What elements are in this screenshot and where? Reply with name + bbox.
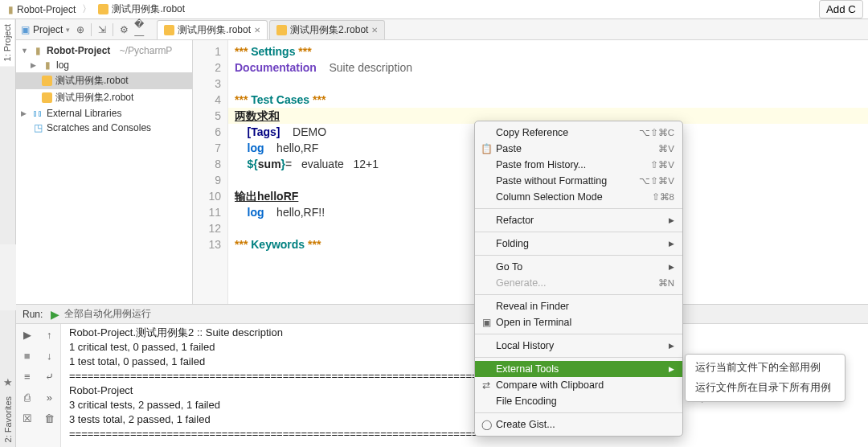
external-tools-submenu: 运行当前文件下的全部用例 运行文件所在目录下所有用例 — [685, 354, 845, 402]
ctx-copy-reference[interactable]: Copy Reference⌥⇧⌘C — [475, 125, 682, 141]
collapse-icon[interactable]: �— — [134, 24, 145, 35]
left-tool-strip: 1: Project — [0, 19, 16, 244]
soft-wrap-button[interactable]: ⤶ — [39, 366, 61, 387]
robot-file-icon — [42, 92, 52, 103]
folder-icon: ▮ — [8, 4, 14, 15]
tree-ext-lib[interactable]: ▶⫾⫾External Libraries — [16, 106, 192, 121]
favorites-tool-tab[interactable]: 2: Favorites — [1, 392, 15, 447]
close-tab-icon[interactable]: ✕ — [371, 26, 378, 35]
diff-icon: ⇄ — [480, 379, 493, 391]
tree-file-2[interactable]: 测试用例集2.robot — [16, 89, 192, 106]
submenu-run-current-file[interactable]: 运行当前文件下的全部用例 — [686, 358, 845, 378]
editor-tab-1[interactable]: 测试用例集.robot✕ — [157, 20, 268, 39]
gear-icon[interactable]: ⚙ — [118, 24, 129, 35]
github-icon: ◯ — [480, 419, 493, 430]
close-tab-icon[interactable]: ✕ — [254, 26, 260, 35]
ctx-paste-history[interactable]: Paste from History...⇧⌘V — [475, 157, 682, 173]
ctx-file-encoding[interactable]: File Encoding — [475, 393, 682, 409]
run-config[interactable]: ▶全部自动化用例运行 — [51, 307, 151, 321]
down-stack-button[interactable]: ↓ — [39, 345, 61, 366]
play-icon: ▶ — [51, 308, 59, 321]
project-tool-tab[interactable]: 1: Project — [0, 19, 14, 66]
robot-file-icon — [42, 76, 52, 86]
library-icon: ⫾⫾ — [32, 108, 43, 119]
ctx-compare-clipboard[interactable]: ⇄Compare with Clipboard — [475, 377, 682, 393]
ctx-open-terminal[interactable]: ▣Open in Terminal — [475, 314, 682, 330]
ctx-folding[interactable]: Folding — [475, 236, 682, 252]
expand-icon[interactable]: ⇲ — [96, 24, 108, 35]
tree-file-1[interactable]: 测试用例集.robot — [16, 72, 192, 89]
run-header: Run: ▶全部自动化用例运行 — [16, 305, 868, 324]
robot-file-icon — [276, 25, 287, 35]
ctx-create-gist[interactable]: ◯Create Gist... — [475, 416, 682, 433]
ctx-reveal-finder[interactable]: Reveal in Finder — [475, 298, 682, 314]
ctx-local-history[interactable]: Local History — [475, 338, 682, 354]
tree-log[interactable]: ▶▮log — [16, 58, 192, 72]
editor-tab-bar: 测试用例集.robot✕ 测试用例集2.robot✕ — [157, 20, 385, 39]
up-stack-button[interactable]: ↑ — [39, 324, 61, 345]
chevron-right-icon: 〉 — [82, 2, 92, 16]
project-toolbar: ▣Project▾ ⊕ ⇲ ⚙ �— 测试用例集.robot✕ 测试用例集2.r… — [16, 19, 868, 40]
add-config-button[interactable]: Add C — [819, 0, 863, 18]
ctx-generate: Generate...⌘N — [475, 275, 682, 291]
trash-button[interactable]: 🗑 — [39, 408, 61, 429]
scroll-end-button[interactable]: » — [39, 387, 61, 408]
tree-scratches[interactable]: ◳Scratches and Consoles — [16, 121, 192, 135]
rerun-button[interactable]: ▶ — [16, 324, 39, 345]
ctx-paste[interactable]: 📋Paste⌘V — [475, 141, 682, 157]
project-label: ▣Project▾ — [21, 24, 70, 35]
folder-icon: ▮ — [42, 59, 53, 71]
close-run-button[interactable]: ☒ — [16, 408, 39, 429]
ctx-paste-no-fmt[interactable]: Paste without Formatting⌥⇧⌘V — [475, 173, 682, 189]
robot-file-icon — [164, 25, 174, 35]
breadcrumb-file[interactable]: 测试用例集.robot — [95, 2, 188, 17]
breadcrumb-project[interactable]: ▮Robot-Project — [5, 3, 79, 16]
ctx-refactor[interactable]: Refactor — [475, 212, 682, 228]
star-icon: ★ — [3, 373, 13, 392]
line-gutter: 12345678910111213 — [193, 40, 228, 304]
dropdown-icon[interactable]: ▾ — [66, 26, 70, 34]
editor-tab-2[interactable]: 测试用例集2.robot✕ — [269, 20, 385, 39]
folder-icon: ▮ — [32, 45, 43, 56]
breadcrumb-bar: ▮Robot-Project 〉 测试用例集.robot Add C — [0, 0, 868, 19]
layout-button[interactable]: ≡ — [16, 366, 39, 387]
clipboard-icon: 📋 — [480, 143, 493, 154]
robot-file-icon — [98, 4, 108, 14]
scratches-icon: ◳ — [32, 122, 43, 133]
project-tree-panel: ▼▮Robot-Project ~/PycharmP ▶▮log 测试用例集.r… — [16, 40, 193, 304]
terminal-icon: ▣ — [480, 317, 493, 328]
left-tool-strip-bottom: 2: Favorites ★ — [0, 310, 16, 447]
project-pane-icon: ▣ — [21, 24, 30, 35]
ctx-column-select[interactable]: Column Selection Mode⇧⌘8 — [475, 189, 682, 205]
ctx-goto[interactable]: Go To — [475, 259, 682, 275]
ctx-external-tools[interactable]: External Tools — [475, 361, 682, 377]
context-menu: Copy Reference⌥⇧⌘C 📋Paste⌘V Paste from H… — [474, 121, 683, 437]
target-icon[interactable]: ⊕ — [75, 24, 86, 35]
stop-button[interactable]: ■ — [16, 345, 39, 366]
run-label: Run: — [23, 309, 43, 320]
submenu-run-directory[interactable]: 运行文件所在目录下所有用例 — [686, 378, 845, 398]
run-side-tools: ▶ ↑ ■ ↓ ≡ ⤶ ⎙ » ☒ 🗑 — [16, 324, 61, 447]
pin-button[interactable]: ⎙ — [16, 387, 39, 408]
tree-root[interactable]: ▼▮Robot-Project ~/PycharmP — [16, 43, 192, 58]
